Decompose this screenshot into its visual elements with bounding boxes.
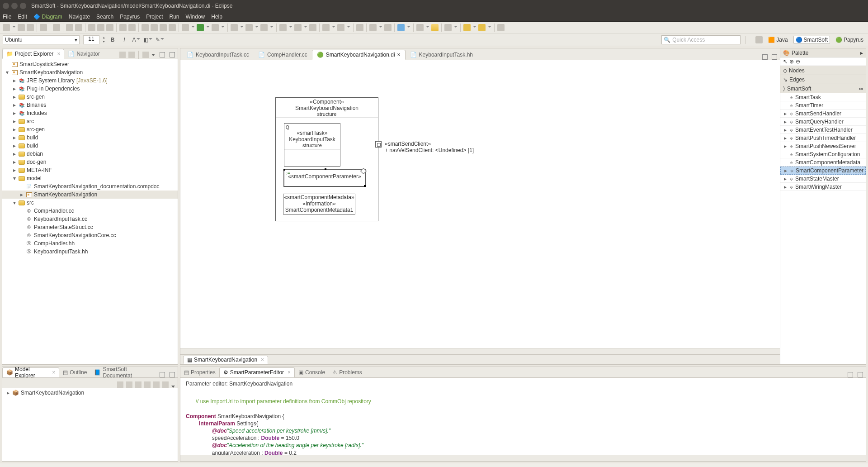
snap-icon[interactable] bbox=[106, 24, 113, 31]
menu-run[interactable]: Run bbox=[170, 14, 179, 20]
ext2-icon[interactable] bbox=[337, 24, 344, 31]
filter1-icon[interactable] bbox=[369, 24, 377, 31]
collapse-all-icon[interactable] bbox=[119, 52, 126, 58]
uml-smartcomponentparameter[interactable]: «smartComponentParameter» := bbox=[284, 169, 365, 186]
grid-icon[interactable] bbox=[88, 24, 95, 31]
tab-smartparametereditor[interactable]: ⚙ SmartParameterEditor× bbox=[219, 367, 295, 377]
open-folder-icon[interactable] bbox=[431, 24, 439, 31]
nav-fwd-icon[interactable] bbox=[478, 24, 486, 31]
tree-item[interactable]: ▸doc-gen bbox=[2, 158, 178, 166]
palette-item[interactable]: ⟐SmartSystemConfiguration bbox=[780, 150, 866, 158]
tool4-icon[interactable] bbox=[169, 24, 176, 31]
ruler-icon[interactable] bbox=[97, 24, 104, 31]
validate-icon[interactable] bbox=[497, 24, 505, 31]
tree-item[interactable]: ▸src bbox=[2, 117, 178, 125]
tree-item[interactable]: ©KeyboardInputTask.cc bbox=[2, 215, 178, 223]
close-icon[interactable]: × bbox=[397, 52, 401, 58]
close-icon[interactable]: × bbox=[52, 369, 55, 376]
view-menu-icon[interactable] bbox=[151, 54, 155, 56]
open-perspective-icon[interactable] bbox=[755, 36, 763, 43]
tree-item[interactable]: ▸build bbox=[2, 142, 178, 150]
line-color-button[interactable]: ✎ bbox=[156, 36, 164, 44]
d1[interactable] bbox=[240, 26, 244, 29]
zoom-icon[interactable] bbox=[119, 24, 127, 31]
palette-item[interactable]: ▸⟐SmartPushTimedHandler bbox=[780, 134, 866, 142]
close-icon[interactable]: × bbox=[261, 357, 264, 363]
tree-item[interactable]: ©ParameterStateStruct.cc bbox=[2, 223, 178, 231]
tab-navigator[interactable]: 📄 Navigator bbox=[64, 49, 103, 59]
align1-icon[interactable] bbox=[231, 24, 238, 31]
palette-title[interactable]: 🎨 Palette▸ bbox=[780, 48, 866, 57]
d7[interactable] bbox=[347, 26, 350, 29]
tree-item[interactable]: SmartJoystickServer bbox=[2, 60, 178, 68]
tool3-icon[interactable] bbox=[160, 24, 167, 31]
tree-item[interactable]: ▸SmartKeyboardNavigation bbox=[2, 191, 178, 199]
redo-icon[interactable] bbox=[75, 24, 82, 31]
tab-properties[interactable]: ▤ Properties bbox=[180, 367, 219, 377]
zoom-in-icon[interactable]: ⊕ bbox=[789, 58, 794, 65]
ext1-icon[interactable] bbox=[322, 24, 330, 31]
run-drop-icon[interactable] bbox=[206, 26, 210, 29]
tree-item[interactable]: ©SmartKeyboardNavigationCore.cc bbox=[2, 231, 178, 239]
tree-item[interactable]: ▸src-gen bbox=[2, 125, 178, 133]
hscroll-stub[interactable] bbox=[180, 348, 780, 354]
align3-icon[interactable] bbox=[260, 24, 268, 31]
menu-navigate[interactable]: Navigate bbox=[69, 14, 90, 20]
palette-item[interactable]: ▸⟐SmartComponentParameter bbox=[780, 167, 866, 175]
select-tool-icon[interactable]: ↖ bbox=[783, 58, 788, 65]
menu-window[interactable]: Window bbox=[186, 14, 205, 20]
tree-item[interactable]: ▸📚JRE System Library [JavaSE-1.6] bbox=[2, 76, 178, 85]
palette-item[interactable]: ▸⟐SmartQueryHandler bbox=[780, 118, 866, 126]
menu-help[interactable]: Help bbox=[211, 14, 222, 20]
editor-tab-keyboardinputtask-hh[interactable]: 📄 KeyboardInputTask.hh bbox=[406, 50, 477, 60]
tool2-icon[interactable] bbox=[151, 24, 158, 31]
d4[interactable] bbox=[289, 26, 292, 29]
undo-icon[interactable] bbox=[66, 24, 73, 31]
uml-smartsendclient[interactable]: «smartSendClient» + navVelSendClient: <U… bbox=[385, 141, 474, 153]
model-root-item[interactable]: ▸📦SmartKeyboardNavigation bbox=[2, 389, 178, 397]
project-tree[interactable]: SmartJoystickServer▾SmartKeyboardNavigat… bbox=[2, 59, 178, 364]
diagram-canvas[interactable]: «Component» SmartKeyboardNavigation stru… bbox=[180, 60, 780, 348]
sel1-icon[interactable] bbox=[279, 24, 287, 31]
close-icon[interactable]: × bbox=[57, 51, 60, 57]
d11[interactable] bbox=[454, 26, 458, 29]
tree-item[interactable]: ▸📚Binaries bbox=[2, 101, 178, 109]
tree-item[interactable]: ▸debian bbox=[2, 150, 178, 158]
tree-item[interactable]: ▸src-gen bbox=[2, 93, 178, 101]
d2[interactable] bbox=[255, 26, 259, 29]
diagram-bottom-tab[interactable]: ▦ SmartKeyboardNavigation × bbox=[183, 356, 268, 364]
menu-file[interactable]: File bbox=[3, 14, 11, 20]
palette-item[interactable]: ▸⟐SmartStateMaster bbox=[780, 175, 866, 183]
layout-icon[interactable] bbox=[356, 24, 363, 31]
menu-edit[interactable]: Edit bbox=[18, 14, 27, 20]
palette-group-smartsoft[interactable]: ⟩ SmartSoft∞ bbox=[780, 84, 866, 93]
palette-item[interactable]: ▸⟐SmartEventTestHandler bbox=[780, 126, 866, 134]
minimize-panel-icon[interactable] bbox=[160, 52, 165, 57]
maximize-panel-icon[interactable] bbox=[170, 372, 175, 377]
globe-icon[interactable] bbox=[397, 24, 405, 31]
zoom-fit-icon[interactable] bbox=[128, 24, 136, 31]
maximize-panel-icon[interactable] bbox=[170, 52, 175, 57]
print-icon[interactable] bbox=[53, 24, 60, 31]
bold-button[interactable]: B bbox=[108, 36, 117, 44]
font-select[interactable]: Ubuntu▾ bbox=[3, 35, 80, 44]
tab-smartsoft-doc[interactable]: 📘 SmartSoft Documentat bbox=[90, 367, 158, 377]
perspective-smartsoft[interactable]: 🔵 SmartSoft bbox=[793, 36, 830, 44]
minimize-panel-icon[interactable] bbox=[160, 372, 165, 377]
save-all-icon[interactable] bbox=[27, 24, 34, 31]
d12[interactable] bbox=[473, 26, 476, 29]
close-icon[interactable]: × bbox=[288, 369, 291, 376]
tree-item[interactable]: ▸📚Plug-in Dependencies bbox=[2, 85, 178, 93]
d9[interactable] bbox=[407, 26, 410, 29]
debug-icon[interactable] bbox=[182, 24, 189, 31]
nav-back-icon[interactable] bbox=[463, 24, 471, 31]
tab-outline[interactable]: ▤ Outline bbox=[59, 367, 90, 377]
me-tool2-icon[interactable] bbox=[126, 381, 132, 388]
run-icon[interactable] bbox=[197, 24, 204, 31]
ext-drop-icon[interactable] bbox=[221, 26, 225, 29]
param-editor-code[interactable]: // use ImportUri to import parameter def… bbox=[180, 389, 866, 455]
sel3-icon[interactable] bbox=[309, 24, 316, 31]
d10[interactable] bbox=[426, 26, 429, 29]
palette-item[interactable]: ⟐SmartTimer bbox=[780, 101, 866, 110]
menu-diagram[interactable]: 🔷 Diagram bbox=[33, 14, 62, 20]
